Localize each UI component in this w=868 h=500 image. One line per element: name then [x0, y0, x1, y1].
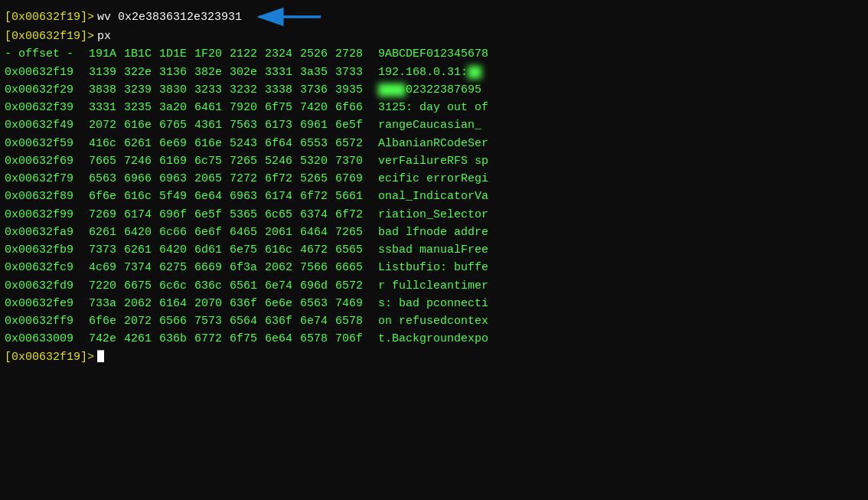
hex-value: 6566 [159, 312, 194, 330]
hex-value: 7265 [335, 224, 370, 241]
terminal-line: 0x00632fd97220 6675 6c6c 636c 6561 6e74 … [5, 277, 863, 295]
hex-value: 5f49 [159, 188, 194, 205]
ascii-value: onal_IndicatorVa [378, 188, 488, 205]
hex-value: 6173 [265, 116, 300, 134]
hex-value: 2072 [124, 312, 159, 330]
hex-address: 0x00632f79 [5, 170, 89, 188]
hex-value: 4672 [300, 241, 335, 259]
hex-value: 7573 [194, 312, 230, 330]
terminal-line: 0x00632fc94c69 7374 6275 6669 6f3a 2062 … [5, 259, 863, 276]
cursor: █ [97, 348, 104, 366]
hex-value: 636b [159, 330, 194, 348]
ascii-value: r fullcleantimer [378, 277, 488, 295]
terminal-line: 0x00632f293838 3239 3830 3233 3232 3338 … [5, 81, 863, 99]
hex-value: 6665 [335, 259, 370, 276]
hex-value: 5365 [230, 206, 265, 224]
hex-value: 5243 [230, 135, 265, 152]
ascii-value: riation_Selector [378, 206, 488, 224]
terminal-line: 0x00632f796563 6966 6963 2065 7272 6f72 … [5, 170, 863, 188]
hex-value: 7469 [335, 295, 370, 312]
command: wv 0x2e3836312e323931 [97, 8, 242, 26]
hex-value: 6f72 [265, 170, 300, 188]
hex-address: 0x00633009 [5, 330, 89, 348]
hex-value: 6772 [194, 330, 230, 348]
hex-value: 6c6c [159, 277, 194, 295]
hex-value: 6f6e [89, 188, 124, 205]
hex-value: 322e [124, 64, 159, 81]
hex-value: 4361 [194, 116, 230, 134]
hex-value: 302e [230, 64, 265, 81]
hex-value: 733a [89, 295, 124, 312]
hex-value: 3139 [89, 64, 124, 81]
hex-value: 6563 [300, 295, 335, 312]
col-header: 2122 [230, 45, 265, 63]
hex-address: 0x00632f89 [5, 188, 89, 205]
hex-value: 7920 [230, 99, 265, 116]
terminal-line: - offset -191A 1B1C 1D1E 1F20 2122 2324 … [5, 45, 863, 63]
hex-address: 0x00632fb9 [5, 241, 89, 259]
hex-value: 6565 [335, 241, 370, 259]
hex-value: 6f75 [230, 330, 265, 348]
hex-value: 636f [230, 295, 265, 312]
terminal-line: 0x00632ff96f6e 2072 6566 7573 6564 636f … [5, 312, 863, 330]
hex-value: 382e [194, 64, 230, 81]
hex-value: 6174 [124, 206, 159, 224]
hex-address: 0x00632ff9 [5, 312, 89, 330]
col-header: 2526 [300, 45, 335, 63]
hex-value: 6c66 [159, 224, 194, 241]
hex-value: 6164 [159, 295, 194, 312]
ascii-value: s: bad pconnecti [378, 295, 488, 312]
hex-value: 5246 [265, 152, 300, 170]
hex-value: 2072 [89, 116, 124, 134]
hex-value: 3239 [124, 81, 159, 99]
hex-value: 6561 [230, 277, 265, 295]
hex-value: 6e5f [194, 206, 230, 224]
hex-address: 0x00632f49 [5, 116, 89, 134]
hex-value: 6f3a [230, 259, 265, 276]
terminal-line: 0x00632f997269 6174 696f 6e5f 5365 6c65 … [5, 206, 863, 224]
ascii-value: verFailureRFS sp [378, 152, 488, 170]
col-header: 1D1E [159, 45, 194, 63]
terminal-line: [0x00632f19]> px [5, 28, 863, 45]
ascii-value: ecific errorRegi [378, 170, 488, 188]
hex-value: 636f [265, 312, 300, 330]
terminal-line: 0x00633009742e 4261 636b 6772 6f75 6e64 … [5, 330, 863, 348]
hex-value: 636c [194, 277, 230, 295]
hex-value: 616e [124, 116, 159, 134]
col-header: 191A [89, 45, 124, 63]
hex-value: 6169 [159, 152, 194, 170]
hex-value: 2070 [194, 295, 230, 312]
hex-value: 696f [159, 206, 194, 224]
hex-value: 7269 [89, 206, 124, 224]
hex-value: 742e [89, 330, 124, 348]
prompt: [0x00632f19]> [5, 348, 94, 366]
hex-value: 6669 [194, 259, 230, 276]
terminal: [0x00632f19]> wv 0x2e3836312e323931 [0x0… [0, 0, 868, 500]
hex-address: 0x00632fa9 [5, 224, 89, 241]
hex-value: 6374 [300, 206, 335, 224]
terminal-line: 0x00632fa96261 6420 6c66 6e6f 6465 2061 … [5, 224, 863, 241]
hex-value: 6f6e [89, 312, 124, 330]
hex-address: 0x00632f19 [5, 64, 89, 81]
hex-value: 6f72 [300, 188, 335, 205]
hex-value: 3935 [335, 81, 370, 99]
ascii-value: on refusedcontex [378, 312, 488, 330]
hex-value: 7265 [230, 152, 265, 170]
hex-value: 3838 [89, 81, 124, 99]
hex-value: 7246 [124, 152, 159, 170]
terminal-line: 0x00632f393331 3235 3a20 6461 7920 6f75 … [5, 99, 863, 116]
hex-value: 6e64 [265, 330, 300, 348]
hex-value: 4c69 [89, 259, 124, 276]
hex-value: 6e64 [194, 188, 230, 205]
hex-address: 0x00632f39 [5, 99, 89, 116]
hex-value: 7373 [89, 241, 124, 259]
hex-value: 6963 [159, 170, 194, 188]
hex-value: 7272 [230, 170, 265, 188]
hex-value: 706f [335, 330, 370, 348]
hex-value: 6e74 [265, 277, 300, 295]
hex-value: 6e69 [159, 135, 194, 152]
hex-value: 6c75 [194, 152, 230, 170]
hex-value: 2062 [124, 295, 159, 312]
terminal-line: 0x00632f193139 322e 3136 382e 302e 3331 … [5, 64, 863, 81]
hex-value: 6e6e [265, 295, 300, 312]
